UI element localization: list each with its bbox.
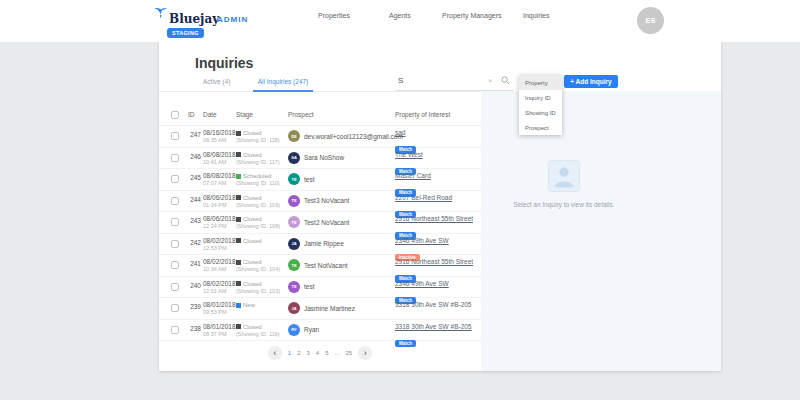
nav-item-agents[interactable]: Agents (389, 12, 411, 19)
dropdown-option-showing-id[interactable]: Showing ID (519, 105, 562, 120)
page-number-3[interactable]: 3 (306, 350, 309, 356)
clear-search-icon[interactable]: × (488, 77, 493, 85)
inquiry-date: 08/06/2018 (203, 215, 236, 223)
property-link[interactable]: 3318 30th Ave SW #B-205 (395, 323, 472, 331)
property-link[interactable]: sad (395, 129, 416, 137)
column-header-id: ID (188, 111, 195, 118)
table-row[interactable]: 24408/06/201801:34 PMClosed(Showing ID: … (159, 191, 481, 213)
stage-label: Closed (243, 237, 262, 245)
table-row[interactable]: 24008/02/201812:01 AMClosed(Showing ID: … (159, 277, 481, 299)
showing-id: (Showing ID: 117) (236, 159, 280, 166)
property-link[interactable]: 2916 Northeast 55th Street (395, 215, 473, 223)
prospect-name: test (304, 283, 314, 290)
inquiry-id: 242 (185, 239, 201, 246)
property-link[interactable]: 2346 49th Ave SW (395, 237, 449, 245)
row-checkbox[interactable] (171, 175, 179, 183)
table-row[interactable]: 24508/08/201807:07 AMScheduled(Showing I… (159, 169, 481, 191)
user-avatar[interactable]: E6 (637, 7, 664, 34)
table-body: 24708/16/201808:35 AMClosed(Showing ID: … (159, 126, 481, 341)
search-input[interactable] (398, 76, 484, 85)
dropdown-option-property[interactable]: Property (519, 75, 562, 90)
prospect-avatar: TE (288, 281, 300, 293)
stage-square-icon (236, 195, 241, 200)
showing-id: (Showing ID: 103) (236, 288, 280, 295)
prospect-avatar: RY (288, 324, 300, 336)
page-number-25[interactable]: 25 (346, 350, 353, 356)
search-box: × (396, 72, 514, 91)
row-checkbox[interactable] (171, 218, 179, 226)
prospect-avatar: TE (288, 259, 300, 271)
stage-square-icon (236, 238, 241, 243)
table-row[interactable]: 24108/02/201810:34 AMClosed(Showing ID: … (159, 255, 481, 277)
table-row[interactable]: 24208/02/201812:53 PMClosedJAJamie Rippe… (159, 234, 481, 256)
dropdown-option-prospect[interactable]: Prospect (519, 120, 562, 135)
inquiry-date-cell: 08/08/201807:07 AM (203, 172, 236, 187)
page-number-2[interactable]: 2 (297, 350, 300, 356)
inquiry-time: 08:37 PM (203, 331, 236, 338)
nav-item-properties[interactable]: Properties (318, 12, 350, 19)
row-checkbox[interactable] (171, 132, 179, 140)
inquiry-date-cell: 08/02/201812:53 PM (203, 237, 236, 252)
inquiry-date-cell: 08/01/201808:37 PM (203, 323, 236, 338)
inquiry-date-cell: 08/16/201808:35 AM (203, 129, 236, 144)
prospect-name: Jasmine Martinez (304, 305, 355, 312)
page-number-4[interactable]: 4 (316, 350, 319, 356)
prospect-cell: SASara NoShow (288, 152, 344, 164)
inquiry-id: 238 (185, 325, 201, 332)
row-checkbox[interactable] (171, 283, 179, 291)
showing-id: (Showing ID: 109) (236, 202, 280, 209)
row-checkbox[interactable] (171, 240, 179, 248)
tab-active-4[interactable]: Active (4) (203, 78, 230, 90)
property-link: 3318 30th Ave SW #B-205 (395, 301, 472, 309)
nav-item-property-managers[interactable]: Property Managers (442, 12, 502, 19)
row-checkbox[interactable] (171, 197, 179, 205)
property-link[interactable]: The West (395, 151, 423, 159)
table-row[interactable]: 24608/08/201810:41 AMClosed(Showing ID: … (159, 148, 481, 170)
property-link[interactable]: 2207 Bel-Red Road (395, 194, 452, 202)
brand-name: Bluejay (169, 12, 219, 26)
property-link[interactable]: Master Card (395, 172, 431, 180)
tab-all-inquiries-247[interactable]: All Inquiries (247) (253, 78, 313, 92)
property-link[interactable]: 2916 Northeast 55th Street (395, 258, 473, 266)
inquiry-time: 01:34 PM (203, 202, 236, 209)
inquiry-date: 08/02/2018 (203, 237, 236, 245)
stage-cell: Scheduled(Showing ID: 110) (236, 172, 280, 187)
page-number-5[interactable]: 5 (325, 350, 328, 356)
prospect-avatar: TE (288, 195, 300, 207)
search-icon[interactable] (501, 76, 510, 85)
prospect-name: Sara NoShow (304, 154, 344, 161)
table-row[interactable]: 23908/01/201809:53 PMNewJAJasmine Martin… (159, 298, 481, 320)
inquiry-date: 08/08/2018 (203, 151, 236, 159)
row-checkbox[interactable] (171, 326, 179, 334)
inquiries-card: Inquiries Active (4)All Inquiries (247) … (159, 42, 721, 371)
page-number-1[interactable]: 1 (288, 350, 291, 356)
prospect-name: Test2 NoVacant (304, 219, 349, 226)
dropdown-option-inquiry-id[interactable]: Inquiry ID (519, 90, 562, 105)
table-row[interactable]: 23808/01/201808:37 PMClosed(Showing ID: … (159, 320, 481, 342)
row-checkbox[interactable] (171, 154, 179, 162)
showing-id: (Showing ID: 118) (236, 137, 280, 144)
column-header-date: Date (203, 111, 217, 118)
row-checkbox[interactable] (171, 261, 179, 269)
add-inquiry-button[interactable]: + Add Inquiry (564, 75, 618, 88)
nav-item-inquiries[interactable]: Inquiries (523, 12, 549, 19)
brand-suffix: ADMIN (217, 15, 248, 24)
table-row[interactable]: 24708/16/201808:35 AMClosed(Showing ID: … (159, 126, 481, 148)
showing-id: (Showing ID: 110) (236, 180, 280, 187)
stage-cell: Closed(Showing ID: 108) (236, 215, 280, 230)
page-number-[interactable]: ... (335, 350, 340, 356)
next-page-button[interactable]: › (358, 346, 372, 360)
table-row[interactable]: 24308/06/201812:24 PMClosed(Showing ID: … (159, 212, 481, 234)
prospect-cell: TETest2 NoVacant (288, 216, 349, 228)
staging-badge: STAGING (167, 28, 204, 38)
inquiry-time: 07:07 AM (203, 180, 236, 187)
prospect-cell: JAJamie Rippee (288, 238, 344, 250)
column-header-property: Property of Interest (395, 111, 450, 118)
property-link[interactable]: 2346 49th Ave SW (395, 280, 449, 288)
stage-square-icon (236, 152, 241, 157)
row-checkbox[interactable] (171, 304, 179, 312)
select-all-checkbox[interactable] (171, 111, 179, 119)
inquiry-date: 08/01/2018 (203, 301, 236, 309)
prev-page-button[interactable]: ‹ (268, 346, 282, 360)
column-header-prospect: Prospect (288, 111, 314, 118)
